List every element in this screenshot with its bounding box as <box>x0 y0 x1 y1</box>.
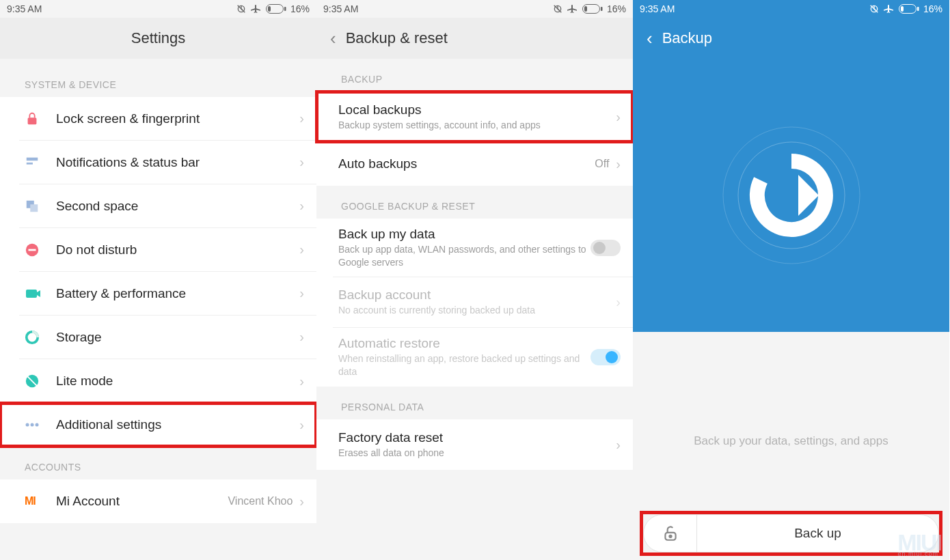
battery-icon <box>899 4 919 14</box>
row-additional-settings[interactable]: Additional settings › <box>19 403 316 447</box>
svg-rect-3 <box>268 6 271 12</box>
svg-rect-4 <box>284 7 286 11</box>
battery-pct: 16% <box>290 3 310 14</box>
mi-account-value: Vincent Khoo <box>228 495 293 507</box>
svg-point-31 <box>669 535 671 537</box>
row-mi-account[interactable]: MI Mi Account Vincent Khoo › <box>19 479 316 523</box>
more-icon <box>25 422 56 428</box>
lock-icon <box>25 111 56 126</box>
chevron-right-icon: › <box>299 285 304 301</box>
title-bar: Settings <box>0 18 316 59</box>
chevron-right-icon: › <box>616 156 621 172</box>
status-time: 9:35 AM <box>323 3 358 14</box>
svg-rect-12 <box>26 290 37 298</box>
screen-backup-reset: 9:35 AM 16% ‹ Backup & reset BACKUP Loca… <box>316 0 633 560</box>
back-icon[interactable]: ‹ <box>330 28 336 49</box>
backup-hint: Back up your data, settings, and apps <box>633 434 949 448</box>
title-bar: ‹ Backup <box>633 18 949 59</box>
screen-backup: 9:35 AM 16% ‹ Backup Back up your data, … <box>633 0 949 560</box>
leaf-icon <box>25 374 56 389</box>
status-time: 9:35 AM <box>7 3 42 14</box>
battery-icon <box>582 4 603 14</box>
storage-icon <box>25 330 56 345</box>
section-header-accounts: ACCOUNTS <box>0 447 316 479</box>
svg-rect-11 <box>29 249 36 251</box>
status-bar: 9:35 AM 16% <box>0 0 316 18</box>
chevron-right-icon: › <box>299 494 304 509</box>
battery-pct: 16% <box>923 3 942 14</box>
title-bar: ‹ Backup & reset <box>316 18 633 59</box>
battery-icon <box>266 4 286 14</box>
duplicate-icon <box>25 199 56 214</box>
status-right: 16% <box>552 3 626 14</box>
row-factory-reset[interactable]: Factory data reset Erases all data on ph… <box>333 419 633 470</box>
refresh-circle-icon <box>716 120 867 270</box>
row-lite-mode[interactable]: Lite mode › <box>19 359 316 403</box>
chevron-right-icon: › <box>299 329 304 345</box>
chevron-right-icon: › <box>299 111 304 126</box>
svg-rect-5 <box>28 117 37 124</box>
svg-rect-26 <box>901 6 904 12</box>
dnd-icon <box>25 242 56 257</box>
screen-settings: 9:35 AM 16% Settings SYSTEM & DEVICE Loc… <box>0 0 316 560</box>
svg-rect-6 <box>27 157 38 160</box>
svg-point-15 <box>26 423 29 427</box>
svg-rect-22 <box>601 7 603 11</box>
section-header-google: GOOGLE BACKUP & RESET <box>316 186 633 219</box>
svg-point-17 <box>36 423 39 427</box>
unlock-icon <box>662 524 679 542</box>
status-bar: 9:35 AM 16% <box>316 0 633 18</box>
row-backup-my-data[interactable]: Back up my data Back up app data, WLAN p… <box>333 219 633 277</box>
row-dnd[interactable]: Do not disturb › <box>19 228 316 272</box>
svg-point-16 <box>31 423 34 427</box>
row-lock-screen[interactable]: Lock screen & fingerprint › <box>19 97 316 141</box>
chevron-right-icon: › <box>299 242 304 257</box>
toggle-auto-restore <box>591 349 621 365</box>
svg-rect-9 <box>30 204 38 212</box>
camera-icon <box>25 286 56 301</box>
battery-pct: 16% <box>607 3 626 14</box>
row-storage[interactable]: Storage › <box>19 316 316 359</box>
section-header-personal: PERSONAL DATA <box>316 387 633 419</box>
row-second-space[interactable]: Second space › <box>19 184 316 228</box>
svg-rect-7 <box>27 163 33 165</box>
back-icon[interactable]: ‹ <box>647 28 653 49</box>
auto-backup-value: Off <box>595 158 609 170</box>
status-right: 16% <box>236 3 310 14</box>
section-header-backup: BACKUP <box>316 59 633 92</box>
section-header-system: SYSTEM & DEVICE <box>0 64 316 97</box>
row-auto-restore: Automatic restore When reinstalling an a… <box>333 328 633 387</box>
row-auto-backups[interactable]: Auto backups Off › <box>333 142 633 186</box>
status-time: 9:35 AM <box>640 3 675 14</box>
vibrate-icon <box>869 3 880 14</box>
chevron-right-icon: › <box>616 294 621 310</box>
chevron-right-icon: › <box>299 198 304 214</box>
chevron-right-icon: › <box>299 417 304 433</box>
mi-logo-icon: MI <box>25 495 56 507</box>
svg-rect-21 <box>584 6 587 12</box>
chevron-right-icon: › <box>299 374 304 389</box>
airplane-icon <box>567 3 578 14</box>
row-notifications[interactable]: Notifications & status bar › <box>19 141 316 184</box>
row-battery[interactable]: Battery & performance › <box>19 272 316 316</box>
unlock-button[interactable] <box>644 515 697 552</box>
backup-action-area: Back up <box>641 512 941 555</box>
chevron-right-icon: › <box>616 437 621 453</box>
toggle-backup-data[interactable] <box>591 240 621 256</box>
page-title: Backup <box>662 29 712 47</box>
status-right: 16% <box>869 3 942 14</box>
page-title: Backup & reset <box>346 29 448 47</box>
vibrate-icon <box>552 3 563 14</box>
backup-button[interactable]: Back up <box>697 515 938 552</box>
backup-hero <box>633 59 949 332</box>
airplane-icon <box>251 3 262 14</box>
page-title: Settings <box>131 29 186 47</box>
row-local-backups[interactable]: Local backups Backup system settings, ac… <box>333 92 633 142</box>
airplane-icon <box>884 3 895 14</box>
svg-point-28 <box>723 127 860 264</box>
statusbar-icon <box>25 155 56 170</box>
vibrate-icon <box>236 3 247 14</box>
svg-rect-27 <box>917 7 919 11</box>
chevron-right-icon: › <box>616 109 621 125</box>
chevron-right-icon: › <box>299 154 304 170</box>
